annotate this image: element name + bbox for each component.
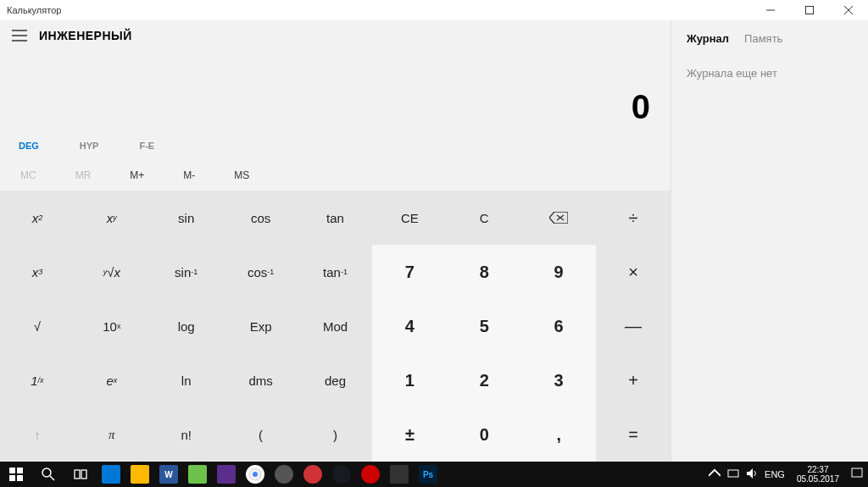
btn-6[interactable]: 6 (521, 299, 596, 353)
btn-up[interactable]: ↑ (0, 407, 75, 462)
taskbar-app-1[interactable] (97, 462, 125, 487)
btn-ln[interactable]: ln (149, 353, 224, 407)
minimize-button[interactable] (751, 0, 790, 20)
btn-exp[interactable]: Exp (224, 299, 298, 353)
btn-negate[interactable]: ± (372, 407, 447, 462)
svg-rect-16 (81, 470, 86, 479)
btn-ce[interactable]: CE (372, 191, 447, 245)
btn-factorial[interactable]: n! (149, 407, 224, 462)
btn-9[interactable]: 9 (521, 245, 596, 299)
btn-minus[interactable]: — (596, 299, 670, 353)
history-empty: Журнала еще нет (687, 67, 853, 80)
start-button[interactable] (0, 462, 32, 487)
btn-plus[interactable]: + (596, 353, 670, 407)
btn-2[interactable]: 2 (447, 353, 521, 407)
btn-x-power-y[interactable]: xy (75, 191, 149, 245)
memory-store[interactable]: MS (224, 164, 259, 186)
tray-language[interactable]: ENG (765, 469, 785, 479)
btn-divide[interactable]: ÷ (596, 191, 670, 245)
btn-1[interactable]: 1 (372, 353, 447, 407)
btn-x-squared[interactable]: x2 (0, 191, 75, 245)
btn-sin[interactable]: sin (149, 191, 224, 245)
btn-3[interactable]: 3 (521, 353, 596, 407)
toggle-deg[interactable]: DEG (10, 136, 47, 156)
search-button[interactable] (32, 462, 64, 487)
btn-dms[interactable]: dms (224, 353, 298, 407)
taskbar: W Ps ENG 22:37 05.05.2017 (0, 462, 868, 487)
taskbar-app-6[interactable] (298, 462, 327, 487)
svg-rect-12 (17, 475, 23, 481)
btn-y-root[interactable]: y√x (75, 245, 149, 299)
btn-10x[interactable]: 10x (75, 299, 149, 353)
btn-multiply[interactable]: × (596, 245, 670, 299)
svg-rect-15 (75, 470, 80, 479)
task-view-button[interactable] (64, 462, 97, 487)
taskbar-app-word[interactable]: W (154, 462, 183, 487)
tab-memory[interactable]: Память (744, 32, 782, 45)
btn-rparen[interactable]: ) (298, 407, 373, 462)
btn-equals[interactable]: = (596, 407, 670, 462)
taskbar-app-chrome[interactable] (241, 462, 270, 487)
btn-cos[interactable]: cos (224, 191, 298, 245)
taskbar-app-steam[interactable] (327, 462, 356, 487)
btn-asin[interactable]: sin-1 (149, 245, 224, 299)
svg-rect-19 (728, 470, 738, 477)
toggle-hyp[interactable]: HYP (71, 136, 108, 156)
svg-rect-1 (806, 7, 814, 14)
maximize-button[interactable] (790, 0, 829, 20)
btn-5[interactable]: 5 (447, 299, 521, 353)
btn-pi[interactable]: π (75, 407, 149, 462)
btn-acos[interactable]: cos-1 (224, 245, 298, 299)
taskbar-app-5[interactable] (270, 462, 298, 487)
toggle-fe[interactable]: F-E (131, 136, 163, 156)
btn-ex[interactable]: ex (75, 353, 149, 407)
btn-lparen[interactable]: ( (224, 407, 298, 462)
btn-deg[interactable]: deg (298, 353, 373, 407)
tray-clock[interactable]: 22:37 05.05.2017 (792, 465, 844, 484)
svg-point-13 (42, 468, 51, 477)
memory-plus[interactable]: M+ (120, 164, 154, 186)
btn-inverse[interactable]: 1/x (0, 353, 75, 407)
taskbar-app-7[interactable] (356, 462, 385, 487)
menu-button[interactable] (5, 21, 34, 50)
tray-time: 22:37 (797, 465, 839, 474)
tray-date: 05.05.2017 (797, 474, 839, 484)
btn-4[interactable]: 4 (372, 299, 447, 353)
memory-row: MC MR M+ M- MS (0, 160, 670, 191)
btn-7[interactable]: 7 (372, 245, 447, 299)
button-grid: x2 xy sin cos tan CE C ÷ x3 y√x sin-1 co… (0, 191, 670, 462)
tray-volume-icon[interactable] (746, 468, 758, 481)
tray-network-icon[interactable] (727, 468, 739, 481)
taskbar-app-ps[interactable]: Ps (414, 462, 442, 487)
tray-notifications-icon[interactable] (851, 468, 863, 481)
taskbar-app-2[interactable] (125, 462, 154, 487)
tray-chevron-icon[interactable] (709, 468, 721, 481)
btn-log[interactable]: log (149, 299, 224, 353)
btn-0[interactable]: 0 (447, 407, 521, 462)
tab-history[interactable]: Журнал (687, 32, 729, 45)
memory-recall[interactable]: MR (65, 164, 102, 186)
btn-atan[interactable]: tan-1 (298, 245, 373, 299)
btn-8[interactable]: 8 (447, 245, 521, 299)
angle-toggles: DEG HYP F-E (0, 131, 670, 160)
svg-line-14 (50, 476, 54, 480)
svg-rect-10 (17, 468, 23, 473)
btn-tan[interactable]: tan (298, 191, 373, 245)
taskbar-app-3[interactable] (183, 462, 212, 487)
btn-x-cubed[interactable]: x3 (0, 245, 75, 299)
btn-c[interactable]: C (447, 191, 521, 245)
btn-backspace[interactable] (521, 191, 596, 245)
titlebar: Калькулятор (0, 0, 868, 20)
close-button[interactable] (829, 0, 868, 20)
svg-point-18 (253, 472, 258, 477)
svg-marker-20 (747, 468, 753, 479)
btn-mod[interactable]: Mod (298, 299, 373, 353)
taskbar-app-8[interactable] (385, 462, 414, 487)
side-panel: Журнал Память Журнала еще нет (671, 20, 868, 462)
btn-decimal[interactable]: , (521, 407, 596, 462)
memory-clear[interactable]: MC (10, 164, 47, 186)
memory-minus[interactable]: M- (173, 164, 205, 186)
btn-sqrt[interactable]: √ (0, 299, 75, 353)
mode-title: ИНЖЕНЕРНЫЙ (39, 29, 132, 42)
taskbar-app-4[interactable] (212, 462, 241, 487)
